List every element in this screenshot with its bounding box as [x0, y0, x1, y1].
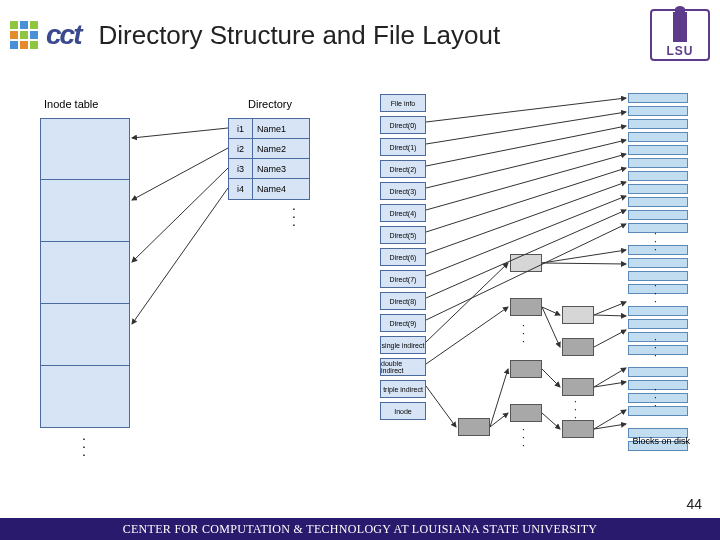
ellipsis-icon: ··· [654, 230, 657, 254]
table-row: i2Name2 [229, 139, 309, 159]
disk-block [628, 171, 688, 181]
dir-name-cell: Name1 [253, 119, 309, 139]
inode-cell [40, 242, 130, 304]
label-inode-table: Inode table [44, 98, 98, 110]
footer-bar: CENTER FOR COMPUTATION & TECHNOLOGY AT L… [0, 518, 720, 540]
diagram-body: Inode table ··· Directory i1Name1i2Name2… [0, 78, 720, 498]
svg-line-30 [594, 410, 626, 429]
disk-block [628, 132, 688, 142]
disk-blocks-column [628, 90, 688, 451]
inode-detail-cell: Direct(0) [380, 116, 426, 134]
disk-block [628, 284, 688, 294]
disk-block [628, 197, 688, 207]
disk-block [628, 332, 688, 342]
inode-cell [40, 366, 130, 428]
indirect-block [562, 420, 594, 438]
svg-line-18 [542, 307, 560, 315]
inode-detail-column: File infoDirect(0)Direct(1)Direct(2)Dire… [380, 90, 426, 420]
disk-block [628, 306, 688, 316]
inode-detail-cell: double indirect [380, 358, 426, 376]
svg-line-5 [426, 112, 626, 144]
svg-line-7 [426, 140, 626, 188]
disk-block [628, 119, 688, 129]
ellipsis-icon: ··· [292, 204, 296, 228]
inode-detail-cell: Direct(9) [380, 314, 426, 332]
svg-line-8 [426, 154, 626, 210]
ellipsis-icon: ··· [654, 386, 657, 410]
inode-detail-cell: triple indirect [380, 380, 426, 398]
inode-detail-cell: File info [380, 94, 426, 112]
svg-line-0 [132, 128, 228, 138]
svg-line-4 [426, 98, 626, 122]
svg-line-14 [426, 263, 508, 342]
indirect-block [510, 254, 542, 272]
svg-line-6 [426, 126, 626, 166]
inode-detail-cell: Direct(6) [380, 248, 426, 266]
svg-line-20 [594, 315, 626, 316]
inode-table [40, 118, 130, 428]
svg-line-25 [490, 413, 508, 427]
cct-logo-text: cct [46, 19, 80, 51]
disk-block [628, 380, 688, 390]
ellipsis-icon: ··· [654, 282, 657, 306]
table-row: i1Name1 [229, 119, 309, 139]
svg-line-17 [426, 307, 508, 364]
svg-line-31 [594, 424, 626, 429]
dir-name-cell: Name3 [253, 159, 309, 179]
disk-block [628, 158, 688, 168]
ellipsis-icon: ··· [574, 398, 577, 422]
disk-block [628, 184, 688, 194]
svg-line-26 [542, 369, 560, 387]
svg-line-24 [490, 369, 508, 427]
indirect-block [562, 338, 594, 356]
disk-block [628, 245, 688, 255]
dir-inode-cell: i4 [229, 179, 253, 199]
disk-block [628, 145, 688, 155]
inode-detail-cell: single indirect [380, 336, 426, 354]
disk-block [628, 258, 688, 268]
svg-line-22 [594, 330, 626, 347]
disk-block [628, 210, 688, 220]
page-number: 44 [686, 496, 702, 512]
dir-name-cell: Name4 [253, 179, 309, 199]
indirect-block [510, 298, 542, 316]
svg-line-23 [426, 386, 456, 427]
svg-line-27 [542, 413, 560, 429]
disk-block [628, 393, 688, 403]
disk-block [628, 93, 688, 103]
ellipsis-icon: ··· [522, 426, 525, 450]
ellipsis-icon: ··· [522, 322, 525, 346]
inode-detail-cell: Inode [380, 402, 426, 420]
dir-inode-cell: i1 [229, 119, 253, 139]
indirect-block [562, 378, 594, 396]
directory-table: i1Name1i2Name2i3Name3i4Name4 [228, 118, 310, 200]
svg-line-1 [132, 148, 228, 200]
disk-block [628, 367, 688, 377]
dir-inode-cell: i2 [229, 139, 253, 159]
inode-detail-cell: Direct(2) [380, 160, 426, 178]
slide-title: Directory Structure and File Layout [98, 20, 650, 51]
svg-line-9 [426, 168, 626, 232]
indirect-block [510, 360, 542, 378]
svg-line-29 [594, 382, 626, 387]
svg-line-10 [426, 182, 626, 254]
table-row: i3Name3 [229, 159, 309, 179]
dir-name-cell: Name2 [253, 139, 309, 159]
disk-block [628, 271, 688, 281]
svg-line-16 [542, 263, 626, 264]
indirect-block [510, 404, 542, 422]
indirect-block [458, 418, 490, 436]
inode-cell [40, 180, 130, 242]
disk-block [628, 223, 688, 233]
lsu-logo-text: LSU [667, 44, 694, 58]
lsu-logo: LSU [650, 9, 710, 61]
indirect-block [562, 306, 594, 324]
disk-block [628, 319, 688, 329]
svg-line-15 [542, 250, 626, 263]
svg-line-28 [594, 368, 626, 387]
ellipsis-icon: ··· [654, 336, 657, 360]
disk-block [628, 106, 688, 116]
table-row: i4Name4 [229, 179, 309, 199]
inode-detail-cell: Direct(7) [380, 270, 426, 288]
inode-detail-cell: Direct(1) [380, 138, 426, 156]
